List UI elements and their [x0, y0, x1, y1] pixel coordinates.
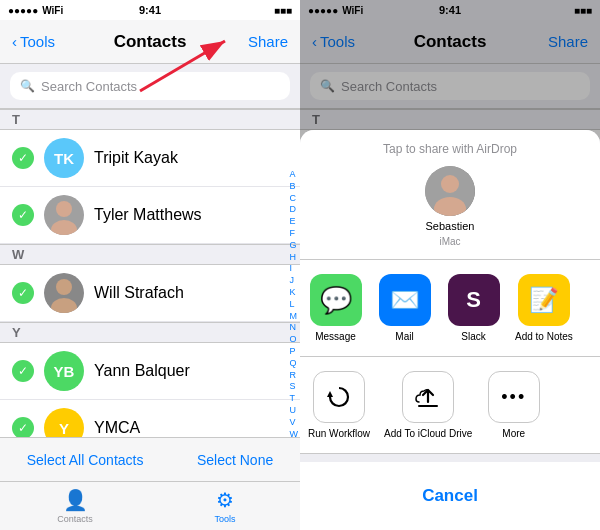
check-ymca: ✓	[12, 417, 34, 437]
list-item[interactable]: ✓ Tyler Matthews	[0, 187, 300, 244]
app-mail[interactable]: ✉️ Mail	[377, 274, 432, 342]
action-more[interactable]: ••• More	[486, 371, 541, 439]
left-back-label: Tools	[20, 33, 55, 50]
tab-contacts-label: Contacts	[57, 514, 93, 524]
left-search-input[interactable]: 🔍 Search Contacts	[10, 72, 290, 100]
avatar-tripit: TK	[44, 138, 84, 178]
left-share-button[interactable]: Share	[248, 33, 288, 50]
mail-icon[interactable]: ✉️	[379, 274, 431, 326]
avatar-yann: YB	[44, 351, 84, 391]
airdrop-title: Tap to share with AirDrop	[312, 142, 588, 156]
slack-label: Slack	[461, 331, 485, 342]
cancel-row: Cancel	[300, 462, 600, 530]
left-section-y: Y	[0, 322, 300, 343]
select-none-button[interactable]: Select None	[197, 452, 273, 468]
airdrop-person-name: Sebastien	[426, 220, 475, 232]
left-tab-bar: 👤 Contacts ⚙ Tools	[0, 481, 300, 530]
left-status-bar: ●●●●● WiFi 9:41 ■■■	[0, 0, 300, 20]
left-contact-list[interactable]: T ✓ TK Tripit Kayak ✓ Tyler Matthews W	[0, 109, 300, 437]
alpha-index[interactable]: ABC DEF GHI JKL MNO PQR STU VWX YZ#	[290, 169, 299, 437]
tab-tools-label: Tools	[214, 514, 235, 524]
avatar-will	[44, 273, 84, 313]
name-will: Will Strafach	[94, 284, 288, 302]
left-section-w: W	[0, 244, 300, 265]
left-status-right: ■■■	[274, 5, 292, 16]
avatar-tyler	[44, 195, 84, 235]
tab-tools[interactable]: ⚙ Tools	[150, 488, 300, 524]
add-icloud-icon[interactable]	[402, 371, 454, 423]
left-wifi: WiFi	[42, 5, 63, 16]
app-add-to-notes[interactable]: 📝 Add to Notes	[515, 274, 573, 342]
app-slack[interactable]: S Slack	[446, 274, 501, 342]
left-action-bar: Select All Contacts Select None	[0, 437, 300, 481]
airdrop-section: Tap to share with AirDrop Sebastien iMac	[300, 130, 600, 260]
add-icloud-label: Add To iCloud Drive	[384, 428, 472, 439]
list-item[interactable]: ✓ TK Tripit Kayak	[0, 130, 300, 187]
app-message[interactable]: 💬 Message	[308, 274, 363, 342]
actions-row: Run Workflow Add To iCloud Drive	[300, 357, 600, 454]
add-to-notes-icon[interactable]: 📝	[518, 274, 570, 326]
check-tyler: ✓	[12, 204, 34, 226]
action-run-workflow[interactable]: Run Workflow	[308, 371, 370, 439]
svg-point-1	[56, 201, 72, 217]
name-ymca: YMCA	[94, 419, 288, 437]
run-workflow-icon[interactable]	[313, 371, 365, 423]
airdrop-avatar[interactable]	[425, 166, 475, 216]
airdrop-avatar-inner	[425, 166, 475, 216]
tab-contacts[interactable]: 👤 Contacts	[0, 488, 150, 524]
check-tripit: ✓	[12, 147, 34, 169]
right-phone-panel: ●●●●● WiFi 9:41 ■■■ ‹ Tools Contacts Sha…	[300, 0, 600, 530]
left-nav-bar: ‹ Tools Contacts Share	[0, 20, 300, 64]
check-yann: ✓	[12, 360, 34, 382]
svg-marker-11	[327, 391, 333, 397]
list-item[interactable]: ✓ YB Yann Balquer	[0, 343, 300, 400]
left-section-t: T	[0, 109, 300, 130]
left-back-button[interactable]: ‹ Tools	[12, 33, 55, 50]
select-all-button[interactable]: Select All Contacts	[27, 452, 144, 468]
left-phone-panel: ●●●●● WiFi 9:41 ■■■ ‹ Tools Contacts Sha…	[0, 0, 300, 530]
left-search-placeholder: Search Contacts	[41, 79, 137, 94]
left-search-bar: 🔍 Search Contacts	[0, 64, 300, 109]
run-workflow-label: Run Workflow	[308, 428, 370, 439]
left-back-chevron: ‹	[12, 33, 17, 50]
cancel-button[interactable]: Cancel	[312, 474, 588, 518]
left-nav-title: Contacts	[114, 32, 187, 52]
left-search-icon: 🔍	[20, 79, 35, 93]
message-label: Message	[315, 331, 356, 342]
contacts-icon: 👤	[63, 488, 88, 512]
message-icon[interactable]: 💬	[310, 274, 362, 326]
check-will: ✓	[12, 282, 34, 304]
svg-point-9	[441, 175, 459, 193]
share-sheet: Tap to share with AirDrop Sebastien iMac	[300, 130, 600, 530]
mail-label: Mail	[395, 331, 413, 342]
left-signal: ●●●●●	[8, 5, 38, 16]
list-item[interactable]: ✓ Y YMCA	[0, 400, 300, 437]
name-yann: Yann Balquer	[94, 362, 288, 380]
airdrop-device: iMac	[439, 236, 460, 247]
apps-row: 💬 Message ✉️ Mail S Slack	[300, 260, 600, 357]
airdrop-person[interactable]: Sebastien iMac	[312, 166, 588, 247]
left-status-left: ●●●●● WiFi	[8, 5, 63, 16]
slack-icon[interactable]: S	[448, 274, 500, 326]
left-battery: ■■■	[274, 5, 292, 16]
tools-icon: ⚙	[216, 488, 234, 512]
more-label: More	[502, 428, 525, 439]
action-add-icloud[interactable]: Add To iCloud Drive	[384, 371, 472, 439]
svg-point-4	[56, 279, 72, 295]
add-to-notes-label: Add to Notes	[515, 331, 573, 342]
left-time: 9:41	[139, 4, 161, 16]
list-item[interactable]: ✓ Will Strafach	[0, 265, 300, 322]
name-tyler: Tyler Matthews	[94, 206, 288, 224]
share-sheet-overlay: Tap to share with AirDrop Sebastien iMac	[300, 0, 600, 530]
avatar-ymca: Y	[44, 408, 84, 437]
name-tripit: Tripit Kayak	[94, 149, 288, 167]
more-icon[interactable]: •••	[488, 371, 540, 423]
